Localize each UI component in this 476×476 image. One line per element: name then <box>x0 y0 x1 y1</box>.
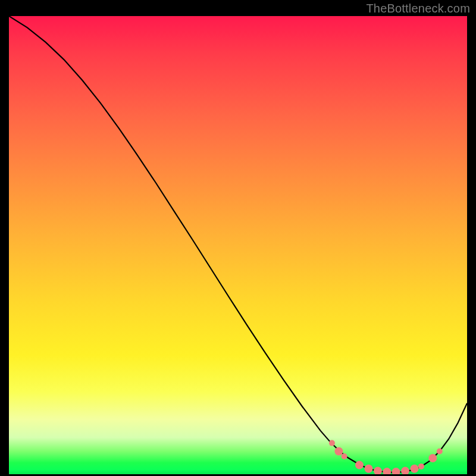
marker-dot <box>418 464 424 469</box>
marker-dot <box>355 461 364 469</box>
chart-frame <box>9 16 467 474</box>
marker-dot <box>365 465 373 473</box>
marker-dot <box>342 453 347 459</box>
marker-dot <box>437 449 443 455</box>
marker-dot <box>329 440 335 446</box>
marker-dot <box>334 447 343 456</box>
curve-line <box>9 16 467 472</box>
marker-dot <box>401 467 409 474</box>
marker-dot <box>383 468 391 474</box>
marker-dot <box>411 465 419 473</box>
watermark-text: TheBottleneck.com <box>366 2 470 15</box>
marker-dot <box>428 454 437 462</box>
curve-markers <box>329 440 443 474</box>
marker-dot <box>374 467 382 474</box>
marker-dot <box>392 468 400 474</box>
chart-svg <box>9 16 467 474</box>
